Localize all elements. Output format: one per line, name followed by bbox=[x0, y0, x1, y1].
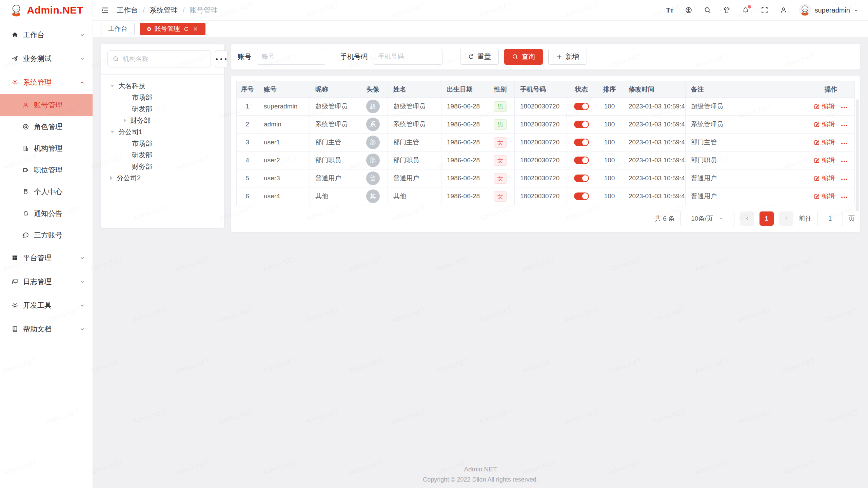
tree-node[interactable]: 市场部 bbox=[107, 92, 217, 103]
goto-page-input[interactable] bbox=[817, 211, 843, 226]
page-size-select[interactable]: 10条/页 bbox=[680, 211, 734, 226]
more-actions-icon[interactable] bbox=[841, 140, 848, 147]
edit-button[interactable]: 编辑 bbox=[814, 156, 835, 165]
main-column: 工作台 / 系统管理 / 账号管理 Tт superadmin bbox=[93, 0, 868, 488]
language-icon[interactable] bbox=[685, 6, 692, 14]
org-more-button[interactable] bbox=[215, 50, 228, 67]
org-tree: 大名科技 市场部 研发部 bbox=[107, 80, 217, 184]
sidebar-item[interactable]: 平台管理 bbox=[0, 246, 93, 270]
edit-icon bbox=[814, 157, 820, 163]
status-toggle[interactable] bbox=[574, 121, 589, 128]
sidebar-item[interactable]: 日志管理 bbox=[0, 270, 93, 293]
tree-node[interactable]: 市场部 bbox=[107, 138, 217, 149]
sidebar-item[interactable]: 个人中心 bbox=[0, 181, 93, 203]
menu-item-icon bbox=[22, 123, 29, 130]
tree-node[interactable]: 研发部 bbox=[107, 149, 217, 161]
cell-phone: 18020030720 bbox=[515, 116, 567, 134]
expander-icon[interactable] bbox=[124, 118, 126, 122]
profile-icon[interactable] bbox=[780, 6, 787, 14]
footer-copyright: Copyright © 2022 Dilon All rights reserv… bbox=[93, 476, 868, 483]
sidebar-item[interactable]: 开发工具 bbox=[0, 293, 93, 317]
edit-button[interactable]: 编辑 bbox=[814, 174, 835, 183]
sidebar-item[interactable]: 角色管理 bbox=[0, 116, 93, 138]
theme-icon[interactable] bbox=[723, 6, 730, 14]
sidebar-item[interactable]: 机构管理 bbox=[0, 138, 93, 159]
sidebar-item[interactable]: 账号管理 bbox=[0, 94, 93, 116]
notification-icon[interactable] bbox=[742, 6, 749, 14]
collapse-menu-icon[interactable] bbox=[101, 6, 109, 14]
prev-page-button[interactable] bbox=[740, 211, 754, 226]
status-toggle[interactable] bbox=[574, 157, 589, 164]
tab-label: 账号管理 bbox=[154, 24, 180, 33]
tree-node[interactable]: 分公司2 bbox=[107, 172, 217, 184]
column-header: 性别 bbox=[486, 81, 515, 98]
table-row[interactable]: 6 user4 其他 其 其他 1986-06-28 女 18020030720 bbox=[237, 187, 855, 205]
tree-node-label: 研发部 bbox=[132, 104, 152, 114]
search-icon[interactable] bbox=[704, 6, 711, 14]
edit-button[interactable]: 编辑 bbox=[814, 102, 835, 111]
sidebar-item[interactable]: 帮助文档 bbox=[0, 317, 93, 341]
status-toggle[interactable] bbox=[574, 103, 589, 110]
expander-icon[interactable] bbox=[110, 131, 114, 133]
expander-icon[interactable] bbox=[110, 176, 113, 180]
more-actions-icon[interactable] bbox=[841, 176, 848, 183]
column-header: 昵称 bbox=[310, 81, 358, 98]
status-toggle[interactable] bbox=[574, 139, 589, 146]
sidebar-item[interactable]: 三方账号 bbox=[0, 224, 93, 246]
tab[interactable]: 账号管理 bbox=[140, 23, 205, 35]
breadcrumb-item[interactable]: 工作台 bbox=[117, 5, 138, 15]
chevron-left-icon bbox=[745, 216, 750, 221]
more-actions-icon[interactable] bbox=[841, 194, 848, 201]
sidebar-item[interactable]: 职位管理 bbox=[0, 159, 93, 181]
tree-node[interactable]: 研发部 bbox=[107, 103, 217, 115]
search-button[interactable]: 查询 bbox=[504, 49, 543, 65]
account-input[interactable] bbox=[257, 49, 326, 65]
menu-item-label: 机构管理 bbox=[34, 144, 85, 153]
menu-item-icon bbox=[12, 326, 18, 332]
org-search-input[interactable] bbox=[123, 55, 206, 63]
avatar: 部 bbox=[366, 154, 380, 167]
next-page-button[interactable] bbox=[779, 211, 793, 226]
reset-button[interactable]: 重置 bbox=[460, 49, 499, 65]
current-page-button[interactable]: 1 bbox=[760, 211, 774, 226]
table-row[interactable]: 4 user2 部门职员 部 部门职员 1986-06-28 女 1802003… bbox=[237, 151, 855, 169]
sidebar-item[interactable]: 工作台 bbox=[0, 23, 93, 47]
edit-button[interactable]: 编辑 bbox=[814, 192, 835, 201]
expander-icon[interactable] bbox=[110, 85, 114, 87]
status-toggle[interactable] bbox=[574, 175, 589, 182]
sidebar-item[interactable]: 系统管理 bbox=[0, 70, 93, 94]
refresh-tab-icon[interactable] bbox=[183, 26, 189, 32]
fullscreen-icon[interactable] bbox=[761, 6, 768, 14]
tree-node[interactable]: 大名科技 bbox=[107, 80, 217, 92]
plus-icon bbox=[556, 54, 563, 60]
tab[interactable]: 工作台 bbox=[101, 23, 135, 35]
more-actions-icon[interactable] bbox=[841, 158, 848, 165]
phone-input[interactable] bbox=[373, 49, 442, 65]
sidebar-item[interactable]: 通知公告 bbox=[0, 203, 93, 224]
pagination: 共 6 条 10条/页 1 前往 页 bbox=[236, 211, 855, 226]
tree-node[interactable]: 分公司1 bbox=[107, 126, 217, 138]
sidebar-item[interactable]: 业务测试 bbox=[0, 47, 93, 70]
chevron-down-icon bbox=[853, 8, 859, 13]
table-scrollbar[interactable] bbox=[856, 99, 859, 211]
add-button[interactable]: 新增 bbox=[548, 49, 587, 65]
more-actions-icon[interactable] bbox=[841, 104, 848, 111]
font-size-icon[interactable]: Tт bbox=[666, 6, 673, 14]
tree-node[interactable]: 财务部 bbox=[107, 115, 217, 126]
table-row[interactable]: 1 superadmin 超级管理员 超 超级管理员 1986-06-28 男 … bbox=[237, 98, 855, 116]
close-tab-icon[interactable] bbox=[193, 26, 198, 32]
status-toggle[interactable] bbox=[574, 192, 589, 200]
table-row[interactable]: 2 admin 系统管理员 系 系统管理员 1986-06-28 男 18020… bbox=[237, 116, 855, 134]
cell-name: 其他 bbox=[388, 187, 441, 205]
edit-button[interactable]: 编辑 bbox=[814, 138, 835, 147]
edit-button[interactable]: 编辑 bbox=[814, 120, 835, 129]
table-row[interactable]: 5 user3 普通用户 普 普通用户 1986-06-28 女 1802003… bbox=[237, 169, 855, 187]
breadcrumb-item[interactable]: 系统管理 bbox=[150, 5, 178, 15]
tree-node[interactable]: 财务部 bbox=[107, 161, 217, 172]
cell-remark: 系统管理员 bbox=[686, 116, 807, 134]
notification-badge bbox=[748, 5, 751, 8]
user-menu[interactable]: superadmin bbox=[799, 4, 859, 16]
logo[interactable]: Admin.NET bbox=[0, 0, 93, 20]
table-row[interactable]: 3 user1 部门主管 部 部门主管 1986-06-28 女 1802003… bbox=[237, 134, 855, 151]
more-actions-icon[interactable] bbox=[841, 122, 848, 129]
